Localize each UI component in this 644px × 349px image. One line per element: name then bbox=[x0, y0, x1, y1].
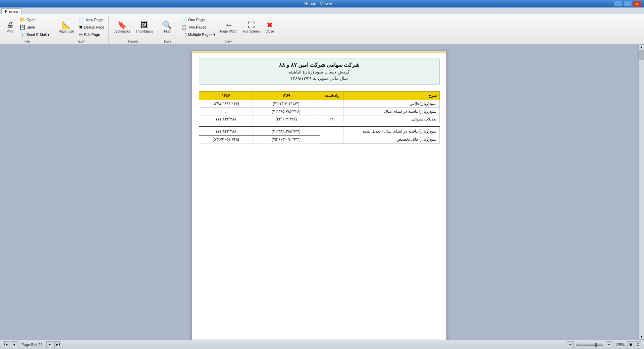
scroll-track[interactable] bbox=[639, 50, 644, 334]
edit-page-label: Edit Page bbox=[84, 33, 100, 37]
edit-group-label: Edit bbox=[78, 39, 84, 44]
save-button[interactable]: 💾 Save bbox=[18, 24, 51, 31]
fiscal-year: سال مالی منتهی به ۱۳۸۹/۱۲/۲۹ bbox=[206, 76, 433, 81]
one-page-icon: 📄 bbox=[181, 17, 187, 22]
file-tools: 🖨 Print 📂 Open 💾 Save 📧 Send E-Mail ▾ bbox=[3, 15, 51, 39]
zoom-in-button[interactable]: + bbox=[606, 341, 612, 348]
two-pages-button[interactable]: 📋 Two Pages bbox=[180, 24, 217, 31]
row1-sharh: سود(زیان)خالص bbox=[343, 100, 439, 108]
report-title: گردش حساب سود (زیان) انباشته bbox=[206, 69, 433, 74]
table-row: تعدیلات سنواتی ۲۲ (۲۲٬۶۰۲٬۳۲۱) ۱۱۱٬۶۴۲٬۳… bbox=[199, 115, 439, 123]
table-row: سود(زیان) قابل تخصیص (۲۵٬۶۰۳٬۰۹۰٬۹۳۳) (۵… bbox=[199, 135, 439, 144]
zoom-out-button[interactable]: ─ bbox=[567, 341, 574, 348]
bookmarks-icon: 🔖 bbox=[117, 21, 126, 29]
window-controls: ─ □ ✕ bbox=[614, 1, 641, 7]
edit-page-icon: ✏ bbox=[79, 32, 83, 37]
report-page: شرکت سهامی شرکت امین ۸۷ و ۸۸ گردش حساب س… bbox=[192, 51, 447, 340]
table-row: سود(زیان)انباشته در ابتدای سال - تعدیل ش… bbox=[199, 127, 439, 135]
toolbar-group-view: 📄 One Page 📋 Two Pages 📑 Multiple Pages … bbox=[177, 15, 279, 44]
row1-val1389: (۴٬۲۱۳٬۷۰۲٬۱۸۴) bbox=[253, 100, 320, 108]
open-label: Open bbox=[26, 18, 36, 22]
toolbar-group-edit: 📐 Page Size 📄 New Page ✖ Delete Page ✏ E… bbox=[54, 15, 109, 44]
view-single-button[interactable]: ▣ bbox=[627, 341, 634, 348]
row4-sharh: سود(زیان)انباشته در ابتدای سال - تعدیل ش… bbox=[343, 127, 439, 135]
row5-note bbox=[320, 135, 343, 144]
row2-note bbox=[320, 108, 343, 115]
row5-sharh: سود(زیان) قابل تخصیص bbox=[343, 135, 439, 144]
header-1387: ۱۳۸۷ bbox=[199, 92, 253, 100]
row3-note: ۲۲ bbox=[320, 115, 343, 123]
new-page-icon: 📄 bbox=[79, 17, 85, 22]
thumbnails-label: Thumbnails bbox=[136, 30, 153, 33]
zoom-slider-thumb[interactable] bbox=[595, 343, 597, 347]
scrollbar-vertical[interactable]: ▲ ▼ bbox=[638, 44, 644, 340]
report-header: شرکت سهامی شرکت امین ۸۷ و ۸۸ گردش حساب س… bbox=[199, 58, 440, 85]
one-page-button[interactable]: 📄 One Page bbox=[180, 16, 217, 23]
send-email-label: Send E-Mail ▾ bbox=[26, 33, 50, 37]
thumbnails-button[interactable]: 🖼 Thumbnails bbox=[133, 20, 155, 34]
row4-val1389: (۲۱٬۳۸۹٬۳۸۸٬۷۴۹) bbox=[253, 127, 320, 135]
row2-val1387: . bbox=[199, 108, 253, 115]
company-name: شرکت سهامی شرکت امین ۸۷ و ۸۸ bbox=[206, 62, 433, 68]
status-bar: |◄ ◄ Page 5 of 22 ► ►| ─ + 125% ▣ ⊡ bbox=[0, 340, 644, 349]
row2-val1389: (۲۱٬۳۶۵٬۷۸۶٬۴۲۸) bbox=[253, 108, 320, 115]
scroll-down-button[interactable]: ▼ bbox=[639, 334, 644, 340]
view-tools: 📄 One Page 📋 Two Pages 📑 Multiple Pages … bbox=[180, 15, 277, 39]
minimize-button[interactable]: ─ bbox=[614, 1, 623, 7]
open-icon: 📂 bbox=[19, 17, 25, 22]
find-icon: 🔍 bbox=[163, 21, 172, 29]
new-page-button[interactable]: 📄 New Page bbox=[77, 16, 106, 23]
send-email-button[interactable]: 📧 Send E-Mail ▾ bbox=[18, 31, 51, 38]
scroll-up-button[interactable]: ▲ bbox=[639, 44, 644, 50]
view-fit-button[interactable]: ⊡ bbox=[635, 341, 641, 348]
close-button[interactable]: ✖ Close bbox=[263, 20, 276, 34]
restore-button[interactable]: □ bbox=[623, 1, 632, 7]
row1-note bbox=[320, 100, 343, 108]
two-pages-label: Two Pages bbox=[188, 25, 206, 29]
full-screen-button[interactable]: ⛶ Full Screen bbox=[241, 20, 262, 34]
find-button[interactable]: 🔍 Find bbox=[161, 20, 174, 34]
document-area[interactable]: شرکت سهامی شرکت امین ۸۷ و ۸۸ گردش حساب س… bbox=[0, 44, 638, 340]
scroll-thumb[interactable] bbox=[639, 50, 644, 60]
delete-page-button[interactable]: ✖ Delete Page bbox=[77, 24, 106, 31]
multiple-pages-button[interactable]: 📑 Multiple Pages ▾ bbox=[180, 31, 217, 38]
bookmarks-label: Bookmarks bbox=[113, 30, 130, 33]
main-content: شرکت سهامی شرکت امین ۸۷ و ۸۸ گردش حساب س… bbox=[0, 44, 644, 340]
one-page-label: One Page bbox=[188, 18, 205, 22]
prev-page-button[interactable]: ◄ bbox=[11, 341, 17, 348]
open-button[interactable]: 📂 Open bbox=[18, 16, 51, 23]
new-page-label: New Page bbox=[86, 18, 103, 22]
view-small-btns: 📄 One Page 📋 Two Pages 📑 Multiple Pages … bbox=[180, 16, 217, 38]
last-page-button[interactable]: ►| bbox=[54, 341, 61, 348]
view-group-label: View bbox=[224, 39, 232, 44]
row1-val1387: (۵٬۴۸۰٬۶۹۴٬۱۳۶) bbox=[199, 100, 253, 108]
row3-val1387: ۱۱۱٬۶۴۲٬۳۸۸ bbox=[199, 115, 253, 123]
zoom-slider[interactable] bbox=[576, 344, 603, 346]
first-page-button[interactable]: |◄ bbox=[3, 341, 9, 348]
report-table: شرح یادداشت ۱۳۸۹ ۱۳۸۷ سود(زیان)خالص (۴٬۲… bbox=[199, 91, 440, 144]
page-navigation: |◄ ◄ Page 5 of 22 ► ►| bbox=[3, 341, 61, 348]
table-row: سود(زیان)خالص (۴٬۲۱۳٬۷۰۲٬۱۸۴) (۵٬۴۸۰٬۶۹۴… bbox=[199, 100, 439, 108]
tab-preview[interactable]: Preview bbox=[1, 8, 22, 14]
page-size-label: Page Size bbox=[59, 30, 74, 33]
edit-small-btns: 📄 New Page ✖ Delete Page ✏ Edit Page bbox=[77, 16, 106, 38]
row3-val1389: (۲۲٬۶۰۲٬۳۲۱) bbox=[253, 115, 320, 123]
zoom-level: 125% bbox=[615, 343, 625, 347]
window-title: Report - Viewer bbox=[23, 1, 614, 6]
toolbar: 🖨 Print 📂 Open 💾 Save 📧 Send E-Mail ▾ Fi… bbox=[0, 14, 644, 44]
multiple-pages-label: Multiple Pages ▾ bbox=[188, 33, 215, 37]
edit-page-button[interactable]: ✏ Edit Page bbox=[77, 31, 106, 38]
row5-val1389: (۲۵٬۶۰۳٬۰۹۰٬۹۳۳) bbox=[253, 135, 320, 144]
save-icon: 💾 bbox=[19, 24, 25, 30]
bookmarks-button[interactable]: 🔖 Bookmarks bbox=[111, 20, 132, 34]
table-row-spacer bbox=[199, 123, 439, 127]
file-group-label: File bbox=[24, 39, 30, 44]
page-width-button[interactable]: ↔ Page Width bbox=[218, 20, 239, 34]
edit-tools: 📐 Page Size 📄 New Page ✖ Delete Page ✏ E… bbox=[57, 15, 106, 39]
row3-sharh: تعدیلات سنواتی bbox=[343, 115, 439, 123]
window-close-button[interactable]: ✕ bbox=[633, 1, 641, 7]
page-size-button[interactable]: 📐 Page Size bbox=[57, 20, 76, 34]
print-label: Print bbox=[7, 30, 14, 33]
next-page-button[interactable]: ► bbox=[46, 341, 53, 348]
print-button[interactable]: 🖨 Print bbox=[3, 20, 17, 34]
